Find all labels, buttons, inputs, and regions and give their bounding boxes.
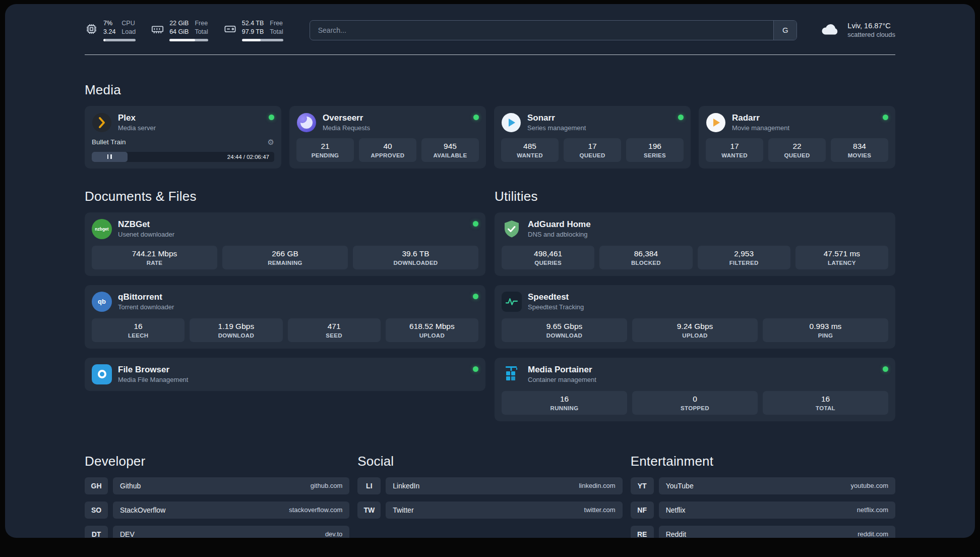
stat-label: LATENCY [828,260,856,266]
stat-value: 834 [853,142,866,151]
bookmark-item: TW Twitter twitter.com [357,502,622,519]
stats-row: 9.65 Gbps DOWNLOAD 9.24 Gbps UPLOAD [502,318,888,342]
stat-value: 16 [134,322,143,331]
disk-widget: 52.4 TB 97.9 TB Free Total [223,19,283,41]
bookmark-link[interactable]: Github github.com [113,477,349,494]
disk-total-value: 97.9 TB [242,28,264,36]
bookmark-link[interactable]: DEV dev.to [113,526,349,538]
stat-value: 17 [588,142,596,151]
memory-free-value: 22 GiB [169,19,189,28]
stat-label: TOTAL [816,405,835,411]
bookmark-abbr-badge[interactable]: SO [85,502,108,519]
top-bar: 7% 3.24 CPU Load [85,19,895,41]
bookmark-link[interactable]: Twitter twitter.com [386,502,622,519]
section-title-developer: Developer [85,454,349,469]
app-card-speedtest[interactable]: Speedtest Speedtest Tracking 9.65 Gbps D… [495,285,895,349]
app-card-radarr[interactable]: Radarr Movie management 17 WANTED [699,106,895,169]
stats-row: 498,461 QUERIES 86,384 BLOCKED [502,246,888,269]
stat-tile: 22 QUEUED [768,138,826,162]
stat-value: 17 [730,142,739,151]
search-input[interactable] [310,21,774,40]
disk-total-label: Total [270,28,283,36]
stat-tile: 47.571 ms LATENCY [795,246,888,269]
bookmark-item: DT DEV dev.to [85,526,349,538]
cpu-load-label: Load [121,28,136,36]
bookmark-list-developer: GH Github github.com SO StackOverflow st [85,477,349,538]
stat-tile: 17 WANTED [706,138,763,162]
bookmark-link[interactable]: Reddit reddit.com [659,526,895,538]
stat-tile: 21 PENDING [296,138,354,162]
search-bar: G [310,20,798,40]
app-card-sonarr[interactable]: Sonarr Series management 485 WANTED [494,106,691,169]
plex-icon [92,113,112,133]
bookmark-abbr-badge[interactable]: LI [357,477,381,494]
app-subtitle: Speedtest Tracking [528,303,584,311]
bookmark-link[interactable]: Netflix netflix.com [659,502,895,519]
stat-tile: 498,461 QUERIES [502,246,594,269]
weather-widget: Lviv, 16.87°C scattered clouds [820,22,895,38]
stat-label: SEED [326,332,342,339]
section-social: Social LI LinkedIn linkedin.com [357,454,622,538]
dashboard-content: 7% 3.24 CPU Load [85,4,895,538]
weather-condition: scattered clouds [847,31,895,38]
app-card-qbittorrent[interactable]: qb qBittorrent Torrent downloader [85,285,485,349]
bookmark-abbr-badge[interactable]: GH [85,477,108,494]
app-card-nzbget[interactable]: nzbget NZBGet Usenet downloader [85,212,485,276]
bookmark-abbr-badge[interactable]: NF [631,502,654,519]
bookmark-url: youtube.com [851,482,888,489]
sonarr-icon [501,113,521,133]
status-dot [269,115,274,120]
disk-free-value: 52.4 TB [242,19,264,28]
disk-free-label: Free [270,19,283,28]
bookmark-link[interactable]: LinkedIn linkedin.com [386,477,622,494]
bookmark-abbr-badge[interactable]: TW [357,502,381,519]
stat-label: PENDING [312,152,339,158]
stat-label: WANTED [721,152,748,158]
app-card-adguard[interactable]: AdGuard Home DNS and adblocking 498,461 … [495,212,895,276]
stats-row: 744.21 Mbps RATE 266 GB REMAINING [92,246,478,269]
bookmark-abbr-badge[interactable]: RE [631,526,654,538]
gear-icon[interactable]: ⚙ [268,138,274,147]
bookmark-item: GH Github github.com [85,477,349,494]
app-subtitle: Movie management [732,124,789,132]
app-name: Radarr [732,113,789,123]
app-card-filebrowser[interactable]: File Browser Media File Management [85,358,485,391]
memory-usage-bar [169,39,208,41]
memory-free-label: Free [195,19,208,28]
bookmark-link[interactable]: StackOverflow stackoverflow.com [113,502,349,519]
stat-value: 47.571 ms [824,249,860,258]
stat-tile: 266 GB REMAINING [222,246,348,269]
bookmark-item: RE Reddit reddit.com [631,526,895,538]
memory-total-label: Total [195,28,208,36]
speedtest-icon [502,292,522,312]
stat-value: 196 [648,142,661,151]
stat-tile: 40 APPROVED [359,138,416,162]
pause-icon[interactable] [106,154,112,159]
app-name: File Browser [118,365,188,375]
weather-location: Lviv, 16.87°C [847,22,895,30]
stat-label: LEECH [128,332,148,339]
app-card-plex[interactable]: Plex Media server Bullet Train ⚙ 24:44 [85,106,281,169]
bookmark-abbr-badge[interactable]: DT [85,526,108,538]
memory-widget: 22 GiB 64 GiB Free Total [151,19,208,41]
bookmark-abbr-badge[interactable]: YT [631,477,654,494]
stat-label: RATE [147,260,163,266]
player-seek-bar[interactable]: 24:44 / 02:06:47 [92,152,274,162]
app-name: Overseerr [323,113,370,123]
bookmark-url: dev.to [325,530,342,538]
stat-tile: 196 SERIES [626,138,684,162]
disk-usage-bar [242,39,283,41]
stat-tile: 16 RUNNING [502,391,627,415]
memory-icon [151,22,164,38]
stat-label: UPLOAD [682,332,707,339]
stat-label: MOVIES [848,152,872,158]
bookmark-name: Reddit [666,530,686,538]
app-card-overseerr[interactable]: Overseerr Media Requests 21 PENDING [289,106,486,169]
search-provider-button[interactable]: G [773,21,797,40]
app-card-portainer[interactable]: Media Portainer Container management 16 … [495,358,895,421]
nzbget-logo-text: nzbget [95,227,108,232]
bookmark-link[interactable]: YouTube youtube.com [659,477,895,494]
stat-tile: 618.52 Mbps UPLOAD [386,318,478,342]
stat-label: REMAINING [268,260,302,266]
stat-tile: 0 STOPPED [632,391,758,415]
